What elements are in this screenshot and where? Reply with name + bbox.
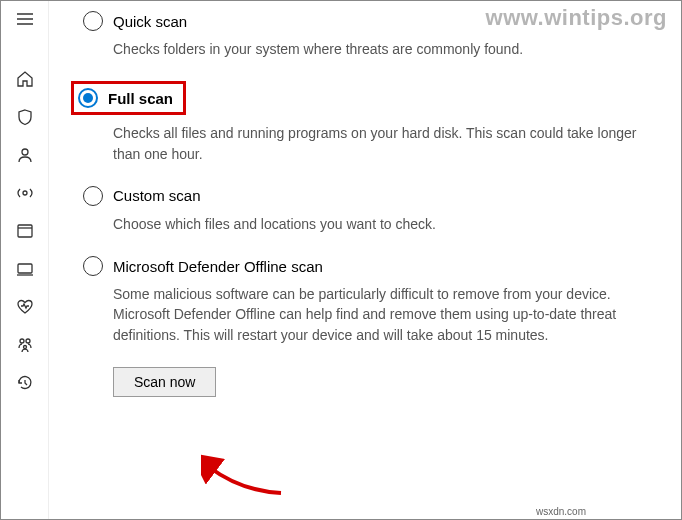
history-icon[interactable]: [13, 371, 37, 395]
option-quick-scan: Quick scan Checks folders in your system…: [83, 11, 651, 59]
svg-point-3: [22, 149, 28, 155]
option-full-scan: Full scan Checks all files and running p…: [83, 81, 651, 164]
svg-point-4: [23, 191, 27, 195]
option-description: Checks folders in your system where thre…: [113, 39, 651, 59]
option-custom-scan: Custom scan Choose which files and locat…: [83, 186, 651, 234]
family-icon[interactable]: [13, 333, 37, 357]
radio-icon: [83, 256, 103, 276]
device-icon[interactable]: [13, 257, 37, 281]
radio-icon: [78, 88, 98, 108]
option-label: Microsoft Defender Offline scan: [113, 258, 323, 275]
health-icon[interactable]: [13, 295, 37, 319]
account-icon[interactable]: [13, 143, 37, 167]
svg-rect-5: [18, 225, 32, 237]
radio-quick-scan[interactable]: Quick scan: [83, 11, 651, 31]
highlight-callout: Full scan: [71, 81, 186, 115]
option-label: Full scan: [108, 90, 173, 107]
scan-options-content: Quick scan Checks folders in your system…: [49, 1, 681, 519]
radio-icon: [83, 11, 103, 31]
app-browser-icon[interactable]: [13, 219, 37, 243]
radio-offline-scan[interactable]: Microsoft Defender Offline scan: [83, 256, 651, 276]
radio-full-scan[interactable]: Full scan: [78, 88, 173, 108]
option-description: Checks all files and running programs on…: [113, 123, 651, 164]
option-label: Quick scan: [113, 13, 187, 30]
option-label: Custom scan: [113, 187, 201, 204]
option-description: Some malicious software can be particula…: [113, 284, 651, 345]
sidebar-nav: [1, 1, 49, 519]
option-offline-scan: Microsoft Defender Offline scan Some mal…: [83, 256, 651, 345]
svg-point-10: [26, 339, 30, 343]
firewall-icon[interactable]: [13, 181, 37, 205]
home-icon[interactable]: [13, 67, 37, 91]
radio-icon: [83, 186, 103, 206]
menu-icon[interactable]: [13, 7, 37, 31]
shield-icon[interactable]: [13, 105, 37, 129]
svg-point-11: [23, 346, 26, 349]
scan-now-button[interactable]: Scan now: [113, 367, 216, 397]
svg-point-9: [20, 339, 24, 343]
svg-rect-7: [18, 264, 32, 273]
option-description: Choose which files and locations you wan…: [113, 214, 651, 234]
radio-custom-scan[interactable]: Custom scan: [83, 186, 651, 206]
